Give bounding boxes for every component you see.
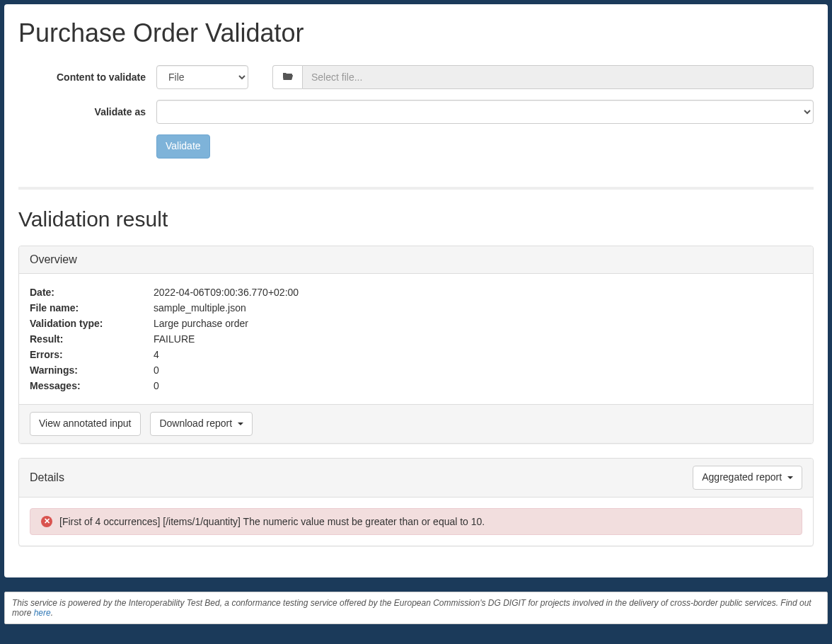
warnings-value: 0 bbox=[154, 364, 802, 376]
download-report-label: Download report bbox=[159, 418, 232, 429]
details-title-text: Details bbox=[30, 471, 64, 484]
overview-heading: Overview bbox=[19, 246, 813, 274]
filename-value: sample_multiple.json bbox=[154, 302, 802, 314]
content-type-select[interactable]: File bbox=[156, 65, 248, 89]
caret-down-icon bbox=[787, 476, 793, 479]
footer-text: This service is powered by the Interoper… bbox=[12, 598, 811, 618]
view-annotated-input-button[interactable]: View annotated input bbox=[30, 412, 141, 436]
overview-row-messages: Messages: 0 bbox=[30, 378, 802, 393]
messages-value: 0 bbox=[154, 380, 802, 391]
date-label: Date: bbox=[30, 287, 154, 298]
errors-label: Errors: bbox=[30, 349, 154, 360]
filename-label: File name: bbox=[30, 302, 154, 314]
error-icon: ✕ bbox=[41, 516, 52, 527]
content-to-validate-row: Content to validate File Select file... bbox=[18, 65, 814, 89]
valtype-label: Validation type: bbox=[30, 318, 154, 329]
overview-row-valtype: Validation type: Large purchase order bbox=[30, 316, 802, 331]
content-to-validate-label: Content to validate bbox=[18, 71, 156, 83]
footer-bar: This service is powered by the Interoper… bbox=[4, 592, 828, 624]
result-label: Result: bbox=[30, 333, 154, 345]
validation-result-heading: Validation result bbox=[18, 207, 814, 231]
validate-as-row: Validate as bbox=[18, 100, 814, 124]
overview-row-warnings: Warnings: 0 bbox=[30, 362, 802, 378]
validate-button[interactable]: Validate bbox=[156, 134, 210, 159]
aggregated-report-label: Aggregated report bbox=[702, 471, 782, 483]
date-value: 2022-04-06T09:00:36.770+02:00 bbox=[154, 287, 802, 298]
section-divider bbox=[18, 187, 814, 190]
overview-title-text: Overview bbox=[30, 253, 77, 266]
overview-panel: Overview Date: 2022-04-06T09:00:36.770+0… bbox=[18, 246, 814, 444]
error-alert[interactable]: ✕ [First of 4 occurrences] [/items/1/qua… bbox=[30, 508, 802, 535]
download-report-button[interactable]: Download report bbox=[150, 412, 253, 436]
footer-link[interactable]: here bbox=[34, 608, 51, 618]
details-heading: Details Aggregated report bbox=[19, 459, 813, 498]
overview-row-result: Result: FAILURE bbox=[30, 331, 802, 347]
file-name-display: Select file... bbox=[302, 65, 814, 89]
overview-row-date: Date: 2022-04-06T09:00:36.770+02:00 bbox=[30, 284, 802, 300]
folder-open-icon bbox=[282, 71, 294, 84]
validate-as-label: Validate as bbox=[18, 106, 156, 117]
overview-row-filename: File name: sample_multiple.json bbox=[30, 300, 802, 316]
valtype-value: Large purchase order bbox=[154, 318, 802, 329]
footer-suffix: . bbox=[51, 608, 53, 618]
errors-value: 4 bbox=[154, 349, 802, 360]
error-message-text: [First of 4 occurrences] [/items/1/quant… bbox=[59, 516, 485, 527]
result-value: FAILURE bbox=[154, 333, 802, 345]
caret-down-icon bbox=[238, 422, 243, 425]
warnings-label: Warnings: bbox=[30, 364, 154, 376]
validate-as-select[interactable] bbox=[156, 100, 814, 124]
aggregated-report-button[interactable]: Aggregated report bbox=[693, 466, 802, 490]
file-browse-button[interactable] bbox=[272, 65, 302, 89]
messages-label: Messages: bbox=[30, 380, 154, 391]
details-panel: Details Aggregated report ✕ [First of 4 … bbox=[18, 458, 814, 546]
overview-row-errors: Errors: 4 bbox=[30, 347, 802, 362]
page-title: Purchase Order Validator bbox=[18, 18, 814, 48]
